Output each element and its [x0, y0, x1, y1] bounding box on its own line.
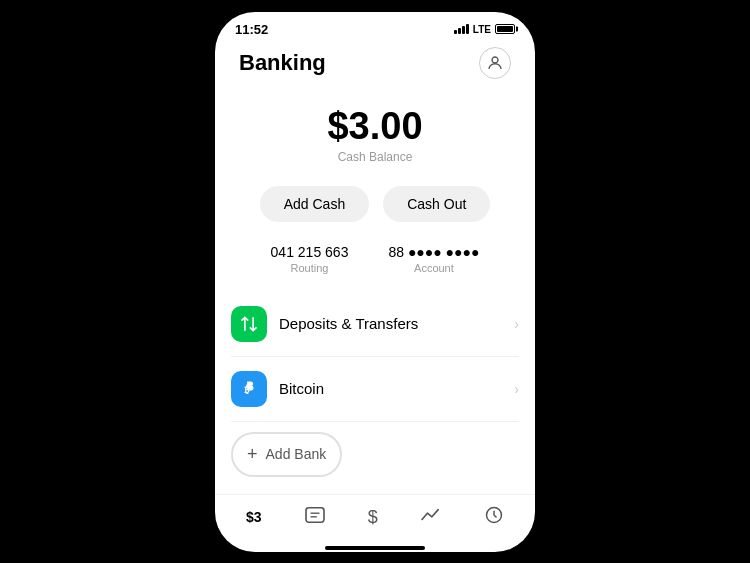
home-bar: [325, 546, 425, 550]
routing-number: 041 215 663: [271, 244, 349, 260]
status-time: 11:52: [235, 22, 268, 37]
nav-history[interactable]: [484, 505, 504, 532]
status-icons: LTE: [454, 24, 515, 35]
balance-label: Cash Balance: [215, 150, 535, 164]
chart-nav-icon: [420, 506, 442, 529]
menu-item-transfers[interactable]: Deposits & Transfers ›: [231, 292, 519, 357]
balance-section: $3.00 Cash Balance: [215, 89, 535, 176]
nav-payments[interactable]: $: [368, 507, 378, 530]
home-indicator: [215, 546, 535, 552]
menu-list: Deposits & Transfers › ₿ Bitcoin › + Add…: [215, 292, 535, 494]
bottom-nav: $3 $: [215, 494, 535, 546]
status-bar: 11:52 LTE: [215, 12, 535, 41]
battery-icon: [495, 24, 515, 34]
transfers-icon: [231, 306, 267, 342]
balance-amount: $3.00: [215, 105, 535, 148]
payments-nav-icon: $: [368, 507, 378, 528]
phone-frame: 11:52 LTE Banking $3.00 Cash Balance: [215, 12, 535, 552]
account-info: 88 ●●●● ●●●● Account: [388, 244, 479, 274]
bitcoin-chevron: ›: [514, 381, 519, 397]
bank-info: 041 215 663 Routing 88 ●●●● ●●●● Account: [215, 238, 535, 292]
red-arrow-annotation: [511, 422, 535, 472]
page-title: Banking: [239, 50, 326, 76]
activity-nav-icon: [304, 506, 326, 529]
add-bank-container: + Add Bank: [231, 432, 519, 477]
history-nav-icon: [484, 505, 504, 530]
profile-button[interactable]: [479, 47, 511, 79]
account-label: Account: [388, 262, 479, 274]
header: Banking: [215, 41, 535, 89]
cash-out-button[interactable]: Cash Out: [383, 186, 490, 222]
balance-nav-icon: $3: [246, 509, 262, 525]
action-buttons: Add Cash Cash Out: [215, 176, 535, 238]
bitcoin-icon: ₿: [231, 371, 267, 407]
transfers-chevron: ›: [514, 316, 519, 332]
add-bank-plus-icon: +: [247, 444, 258, 465]
bitcoin-label: Bitcoin: [279, 380, 514, 397]
routing-label: Routing: [271, 262, 349, 274]
svg-text:₿: ₿: [244, 382, 250, 394]
signal-icon: [454, 24, 469, 34]
add-bank-button[interactable]: + Add Bank: [231, 432, 342, 477]
lte-label: LTE: [473, 24, 491, 35]
routing-info: 041 215 663 Routing: [271, 244, 349, 274]
add-bank-label: Add Bank: [266, 446, 327, 462]
transfers-label: Deposits & Transfers: [279, 315, 514, 332]
menu-item-bitcoin[interactable]: ₿ Bitcoin ›: [231, 357, 519, 422]
account-number: 88 ●●●● ●●●●: [388, 244, 479, 260]
nav-chart[interactable]: [420, 506, 442, 531]
svg-rect-5: [306, 507, 324, 521]
svg-point-0: [492, 57, 498, 63]
nav-balance[interactable]: $3: [246, 509, 262, 527]
nav-activity[interactable]: [304, 506, 326, 531]
add-cash-button[interactable]: Add Cash: [260, 186, 369, 222]
battery-fill: [497, 26, 513, 32]
